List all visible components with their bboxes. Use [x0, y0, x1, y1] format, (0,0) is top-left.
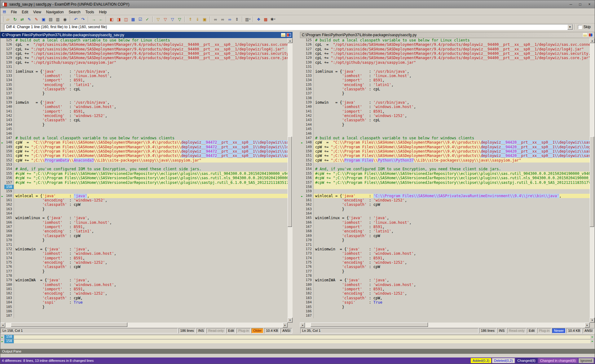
show-whitespace-button[interactable]: ☑	[137, 16, 143, 23]
edit-second-file-button[interactable]: ✎	[33, 16, 40, 23]
toolbar-separator	[70, 16, 71, 22]
scroll-down-icon[interactable]: ▼	[590, 318, 595, 323]
synchronize-scrolling-button[interactable]: ✓	[144, 16, 151, 23]
gutter	[0, 216, 4, 220]
scroll-right-icon[interactable]: ►	[585, 323, 590, 327]
menu-file[interactable]: File	[8, 9, 19, 15]
scroll-left-icon[interactable]: ◄	[300, 323, 305, 327]
find-button[interactable]: ◉	[62, 16, 68, 23]
diff-count-changed-in-changed[interactable]: Changed in changed(8)	[538, 358, 578, 363]
second-hscroll-thumb[interactable]	[311, 323, 428, 327]
swap-files-button[interactable]: ⇄	[19, 16, 25, 23]
copy-block-right-button[interactable]: →	[90, 16, 97, 23]
first-file-horizontal-scrollbar[interactable]: ◄ ►	[0, 323, 288, 327]
recompare-button[interactable]: ↻	[12, 16, 18, 23]
scroll-down-icon[interactable]: ▼	[288, 318, 293, 323]
menu-help[interactable]: Help	[97, 9, 109, 15]
filter-differences-button[interactable]: ▽	[162, 16, 169, 23]
diff-count-deleted[interactable]: Deleted(0,2)	[492, 358, 515, 363]
save-button[interactable]: ▣	[40, 16, 47, 23]
filter-all-lines-button[interactable]: ▽	[155, 16, 161, 23]
first-hscroll-thumb[interactable]	[11, 323, 127, 327]
print-button[interactable]: ▤	[47, 16, 54, 23]
search-in-files-button[interactable]: ∞	[227, 16, 233, 23]
chevron-down-icon[interactable]: ▼	[567, 24, 573, 30]
compare-options-button[interactable]: ▩	[262, 16, 269, 23]
menu-search[interactable]: Search	[66, 9, 83, 15]
scroll-left-icon[interactable]: ◄	[0, 323, 5, 327]
sort-lines-button[interactable]: ⇕	[234, 16, 240, 23]
second-vscroll-track[interactable]	[590, 43, 595, 318]
copy-button[interactable]: ▥	[55, 16, 61, 23]
gutter	[300, 189, 304, 193]
current-difference-button[interactable]: ▣	[201, 16, 208, 23]
pane-nav-icon[interactable]: ►	[590, 339, 595, 343]
gutter	[0, 132, 4, 136]
first-file-vertical-scrollbar[interactable]: ▲ ▼	[288, 38, 293, 323]
line-text: 'encoding' : 'windows-1252',	[14, 291, 288, 296]
diffbar-grip[interactable]	[2, 24, 3, 30]
toolbar-grip[interactable]	[2, 16, 3, 22]
code-line: 179winiomIWA = {'java' : 'java',	[300, 278, 590, 282]
second-file-horizontal-scrollbar[interactable]: ◄ ►	[300, 323, 590, 327]
filter-identical-button[interactable]: ▽	[169, 16, 176, 23]
menu-edit[interactable]: Edit	[19, 9, 31, 15]
pane-splitter[interactable]	[293, 32, 300, 334]
minimize-button[interactable]: ─	[566, 1, 575, 8]
skip-checkbox[interactable]	[578, 25, 582, 29]
options-button[interactable]: ✱▾	[270, 16, 276, 23]
code-line: 161 'encoding' : 'windows-1252',	[0, 198, 288, 202]
open-files-button[interactable]: ▱	[5, 16, 11, 23]
second-file-code-area[interactable]: 125# build out a local classpath variabl…	[300, 38, 590, 323]
maximize-button[interactable]: □	[575, 1, 585, 8]
scroll-up-icon[interactable]: ▲	[288, 38, 293, 43]
first-vscroll-track[interactable]	[288, 43, 293, 318]
undo-button[interactable]: ↶	[73, 16, 79, 23]
next-difference-button[interactable]: ⇓	[194, 16, 201, 23]
diff-selector[interactable]: Diff 4: Change 1 line (160, first file) …	[4, 24, 573, 30]
menu-view[interactable]: View	[31, 9, 44, 15]
second-vscroll-thumb[interactable]	[590, 136, 594, 227]
menu-navigation[interactable]: Navigation	[44, 9, 66, 15]
redo-button[interactable]: ↷	[80, 16, 86, 23]
code-line: 163 }	[300, 207, 590, 211]
panes-layout-button[interactable]: ▥▾	[245, 16, 251, 23]
second-file-header[interactable]: C:\Program Files\Python\Python37\Lib\sit…	[300, 32, 595, 38]
show-both-files-button[interactable]: ◫	[123, 16, 129, 23]
close-button[interactable]: ×	[585, 1, 594, 8]
first-hscroll-track[interactable]	[5, 323, 283, 327]
pane-nav-icon[interactable]: ►	[590, 335, 595, 339]
show-first-file-button[interactable]: ◧	[108, 16, 115, 23]
open-file-icon[interactable]	[281, 33, 285, 37]
open-file-icon[interactable]	[583, 33, 587, 37]
second-hscroll-track[interactable]	[305, 323, 585, 327]
show-second-file-button[interactable]: ◨	[116, 16, 122, 23]
document-menu-icon[interactable]: ▤	[2, 9, 7, 14]
first-file-header[interactable]: C:\Program Files\Python\Python37\Lib\sit…	[0, 32, 293, 38]
find-previous-difference-button[interactable]: ∞	[219, 16, 226, 23]
copy-block-left-button[interactable]: ←	[98, 16, 104, 23]
file-compare-icon[interactable]	[588, 33, 593, 37]
line-text	[314, 185, 590, 189]
output-pane-header[interactable]: Output Pane	[0, 349, 595, 354]
plugins-button[interactable]: ❖	[255, 16, 262, 23]
code-line: 169 'classpath' : cpW	[300, 234, 590, 238]
scroll-right-icon[interactable]: ►	[283, 323, 288, 327]
code-line: 138	[300, 96, 590, 100]
second-file-vertical-scrollbar[interactable]: ▲ ▼	[590, 38, 595, 323]
show-line-numbers-button[interactable]: ▦	[130, 16, 136, 23]
code-line: 185 }	[0, 305, 288, 309]
scroll-up-icon[interactable]: ▲	[590, 38, 595, 43]
diff-count-ignored[interactable]: Ignored	[579, 358, 594, 363]
diff-count-added[interactable]: Added(0,3)	[471, 358, 491, 363]
menu-tools[interactable]: Tools	[83, 9, 97, 15]
first-file-code-area[interactable]: 125# build out a local classpath variabl…	[0, 38, 288, 323]
output-pane-splitter[interactable]	[0, 343, 595, 349]
edit-first-file-button[interactable]: ✎	[26, 16, 33, 23]
previous-difference-button[interactable]: ⇑	[187, 16, 194, 23]
find-next-difference-button[interactable]: ∞	[212, 16, 219, 23]
filter-context-button[interactable]: ▽	[176, 16, 183, 23]
first-vscroll-thumb[interactable]	[288, 136, 292, 227]
file-compare-icon[interactable]	[287, 33, 291, 37]
diff-count-changed[interactable]: Changed(8)	[516, 358, 537, 363]
